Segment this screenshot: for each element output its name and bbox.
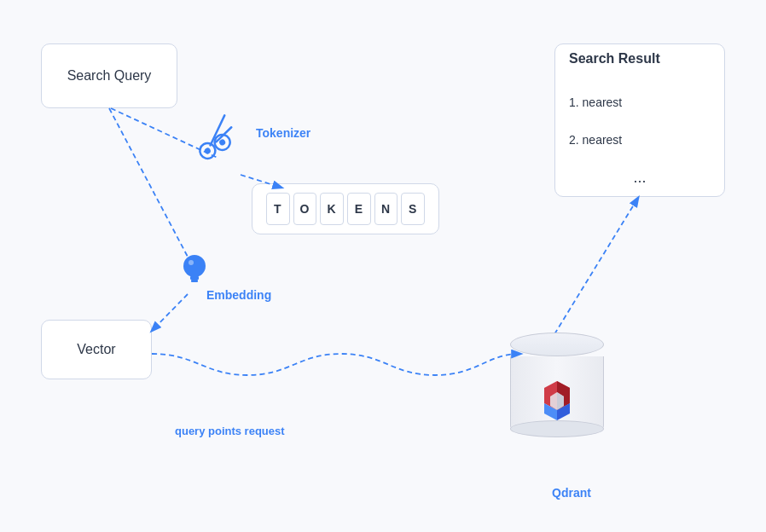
qdrant-logo-icon <box>531 378 583 429</box>
qdrant-cylinder <box>502 332 612 443</box>
result-item-1: 1. nearest <box>569 90 711 114</box>
svg-point-13 <box>204 147 212 155</box>
svg-line-9 <box>152 294 188 331</box>
search-query-label: Search Query <box>67 68 152 84</box>
token-cell: T <box>266 193 290 225</box>
tokens-box: TOKENS <box>252 183 439 234</box>
svg-point-11 <box>197 141 218 162</box>
svg-point-20 <box>189 260 194 265</box>
svg-rect-18 <box>190 276 199 280</box>
token-cell: N <box>374 193 398 225</box>
svg-line-10 <box>554 198 638 334</box>
token-cell: O <box>293 193 317 225</box>
search-result-title: Search Result <box>569 51 711 66</box>
query-points-label: query points request <box>175 425 285 437</box>
embedding-label: Embedding <box>206 288 271 302</box>
diagram-container: Search Query TOKENS Vector Search Result… <box>0 0 766 532</box>
svg-point-12 <box>212 132 233 153</box>
qdrant-label: Qdrant <box>529 486 614 500</box>
result-ellipsis: ... <box>569 165 711 190</box>
cylinder-top <box>510 332 604 356</box>
token-cell: K <box>320 193 344 225</box>
svg-rect-19 <box>191 280 198 282</box>
svg-point-17 <box>183 255 206 277</box>
vector-label: Vector <box>77 342 115 357</box>
svg-line-16 <box>213 127 234 142</box>
search-result-box: Search Result 1. nearest 2. nearest ... <box>554 43 725 197</box>
token-cell: S <box>401 193 425 225</box>
search-query-box: Search Query <box>41 43 177 108</box>
tokenizer-label: Tokenizer <box>256 126 310 140</box>
svg-line-15 <box>201 115 235 145</box>
svg-line-6 <box>111 108 218 158</box>
result-item-2: 2. nearest <box>569 128 711 152</box>
svg-line-8 <box>109 108 196 273</box>
vector-box: Vector <box>41 320 152 379</box>
svg-point-14 <box>218 138 227 147</box>
token-cell: E <box>347 193 371 225</box>
